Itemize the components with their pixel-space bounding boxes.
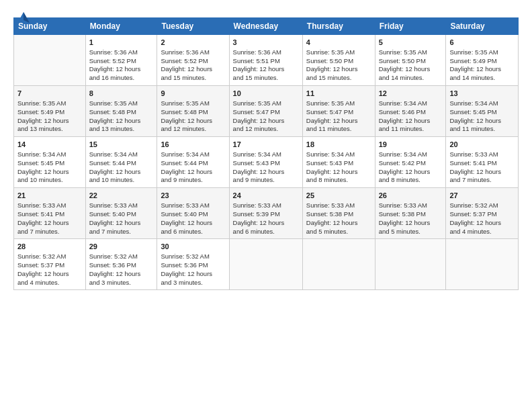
day-detail: Sunrise: 5:33 AM: [449, 150, 515, 159]
day-detail: and 15 minutes.: [233, 74, 299, 83]
calendar-cell: 10Sunrise: 5:35 AMSunset: 5:47 PMDayligh…: [229, 86, 302, 137]
day-number: 20: [449, 140, 515, 150]
day-detail: Sunrise: 5:34 AM: [306, 150, 371, 159]
day-detail: and 12 minutes.: [233, 125, 299, 134]
day-number: 2: [161, 38, 225, 48]
day-detail: and 8 minutes.: [306, 176, 371, 185]
day-detail: and 9 minutes.: [161, 176, 225, 185]
day-number: 10: [233, 89, 299, 99]
day-detail: and 9 minutes.: [233, 176, 299, 185]
calendar-cell: 8Sunrise: 5:35 AMSunset: 5:48 PMDaylight…: [85, 86, 157, 137]
calendar-cell: 17Sunrise: 5:34 AMSunset: 5:43 PMDayligh…: [229, 137, 302, 188]
day-detail: and 6 minutes.: [161, 228, 225, 236]
day-detail: Sunrise: 5:36 AM: [161, 48, 225, 57]
day-number: 27: [449, 191, 515, 201]
day-detail: Sunrise: 5:32 AM: [89, 253, 154, 261]
day-detail: Daylight: 12 hours: [161, 117, 225, 126]
day-detail: Sunrise: 5:35 AM: [306, 48, 371, 57]
day-number: 12: [379, 89, 443, 99]
day-number: 25: [306, 191, 371, 201]
day-detail: and 15 minutes.: [306, 74, 371, 83]
calendar-cell: 24Sunrise: 5:33 AMSunset: 5:39 PMDayligh…: [229, 188, 302, 239]
calendar-cell: 25Sunrise: 5:33 AMSunset: 5:38 PMDayligh…: [302, 188, 375, 239]
calendar-cell: 28Sunrise: 5:32 AMSunset: 5:37 PMDayligh…: [14, 239, 86, 290]
calendar-cell: 16Sunrise: 5:34 AMSunset: 5:44 PMDayligh…: [157, 137, 229, 188]
day-number: 24: [233, 191, 299, 201]
day-detail: Sunset: 5:43 PM: [233, 159, 299, 168]
day-detail: and 12 minutes.: [161, 125, 225, 134]
day-detail: Sunrise: 5:32 AM: [161, 253, 225, 261]
day-detail: Sunrise: 5:34 AM: [161, 150, 225, 159]
day-detail: Sunset: 5:52 PM: [89, 57, 154, 66]
day-detail: Daylight: 12 hours: [161, 219, 225, 228]
day-detail: Daylight: 12 hours: [233, 168, 299, 177]
day-number: 26: [379, 191, 443, 201]
day-detail: Sunset: 5:44 PM: [89, 159, 154, 168]
day-detail: Sunset: 5:49 PM: [17, 108, 82, 117]
logo: [13, 12, 31, 28]
day-number: 30: [161, 242, 225, 252]
day-detail: Daylight: 12 hours: [233, 117, 299, 126]
day-detail: Daylight: 12 hours: [89, 270, 154, 279]
day-number: 4: [306, 38, 371, 48]
day-number: 16: [161, 140, 225, 150]
day-detail: Sunrise: 5:36 AM: [233, 48, 299, 57]
day-detail: Sunset: 5:48 PM: [161, 108, 225, 117]
day-detail: and 10 minutes.: [89, 176, 154, 185]
day-detail: Daylight: 12 hours: [449, 117, 515, 126]
calendar-table: SundayMondayTuesdayWednesdayThursdayFrid…: [13, 17, 519, 290]
calendar-cell: 18Sunrise: 5:34 AMSunset: 5:43 PMDayligh…: [302, 137, 375, 188]
calendar-cell: 15Sunrise: 5:34 AMSunset: 5:44 PMDayligh…: [85, 137, 157, 188]
day-number: 28: [17, 242, 82, 252]
day-detail: Sunset: 5:43 PM: [306, 159, 371, 168]
day-detail: Sunset: 5:39 PM: [233, 210, 299, 219]
day-number: 22: [89, 191, 154, 201]
day-number: 18: [306, 140, 371, 150]
day-detail: and 16 minutes.: [89, 74, 154, 83]
day-detail: and 3 minutes.: [161, 279, 225, 287]
day-detail: Sunset: 5:47 PM: [306, 108, 371, 117]
day-detail: and 7 minutes.: [89, 228, 154, 236]
day-detail: Daylight: 12 hours: [233, 219, 299, 228]
day-detail: Sunset: 5:36 PM: [89, 261, 154, 270]
calendar-cell: 4Sunrise: 5:35 AMSunset: 5:50 PMDaylight…: [302, 35, 375, 86]
day-detail: Sunrise: 5:32 AM: [449, 201, 515, 210]
day-detail: and 3 minutes.: [89, 279, 154, 287]
day-detail: Daylight: 12 hours: [306, 65, 371, 74]
calendar-cell: 21Sunrise: 5:33 AMSunset: 5:41 PMDayligh…: [14, 188, 86, 239]
day-detail: Sunset: 5:48 PM: [89, 108, 154, 117]
day-detail: Sunrise: 5:34 AM: [89, 150, 154, 159]
day-detail: Sunrise: 5:35 AM: [89, 99, 154, 108]
calendar-cell: [446, 239, 519, 290]
day-detail: Daylight: 12 hours: [379, 168, 443, 177]
page: SundayMondayTuesdayWednesdayThursdayFrid…: [0, 0, 532, 411]
logo-icon: [16, 11, 31, 28]
weekday-header-tuesday: Tuesday: [157, 18, 229, 35]
day-detail: Daylight: 12 hours: [89, 219, 154, 228]
day-detail: Sunrise: 5:35 AM: [161, 99, 225, 108]
day-detail: and 5 minutes.: [306, 228, 371, 236]
day-detail: and 13 minutes.: [89, 125, 154, 134]
day-detail: Sunset: 5:52 PM: [161, 57, 225, 66]
calendar-cell: [229, 239, 302, 290]
calendar-cell: 3Sunrise: 5:36 AMSunset: 5:51 PMDaylight…: [229, 35, 302, 86]
calendar-cell: 9Sunrise: 5:35 AMSunset: 5:48 PMDaylight…: [157, 86, 229, 137]
day-number: 7: [17, 89, 82, 99]
day-detail: Daylight: 12 hours: [161, 270, 225, 279]
day-detail: Sunset: 5:38 PM: [306, 210, 371, 219]
day-number: 11: [306, 89, 371, 99]
calendar-cell: [375, 239, 446, 290]
weekday-header-saturday: Saturday: [446, 18, 519, 35]
calendar-cell: 27Sunrise: 5:32 AMSunset: 5:37 PMDayligh…: [446, 188, 519, 239]
day-detail: Sunset: 5:50 PM: [379, 57, 443, 66]
calendar-cell: 26Sunrise: 5:33 AMSunset: 5:38 PMDayligh…: [375, 188, 446, 239]
day-number: 8: [89, 89, 154, 99]
day-number: 21: [17, 191, 82, 201]
day-detail: and 7 minutes.: [17, 228, 82, 236]
day-number: 15: [89, 140, 154, 150]
day-detail: Daylight: 12 hours: [233, 65, 299, 74]
weekday-header-wednesday: Wednesday: [229, 18, 302, 35]
day-detail: Sunset: 5:45 PM: [449, 108, 515, 117]
day-detail: Sunrise: 5:34 AM: [233, 150, 299, 159]
day-detail: Sunset: 5:42 PM: [379, 159, 443, 168]
